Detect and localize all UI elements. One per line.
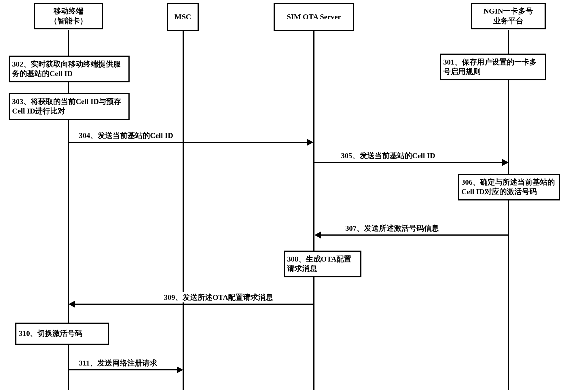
participant-mobile-terminal: 移动终端 （智能卡） [34, 3, 103, 29]
step-text: 301、保存用户设置的一卡多号启用规则 [443, 58, 537, 76]
message-311-arrowhead [177, 366, 183, 373]
message-307-arrowhead [314, 232, 321, 238]
step-text: 310、切换激活号码 [19, 329, 82, 338]
step-text: 303、将获取的当前Cell ID与预存Cell ID进行比对 [12, 97, 121, 115]
step-text: 308、生成OTA配置请求消息 [287, 255, 351, 273]
participant-label: MSC [175, 13, 191, 21]
step-303: 303、将获取的当前Cell ID与预存Cell ID进行比对 [9, 93, 130, 120]
message-304-arrowhead [307, 139, 313, 146]
step-310: 310、切换激活号码 [15, 323, 109, 345]
participant-sim-ota-server: SIM OTA Server [274, 3, 354, 31]
message-304-label: 304、发送当前基站的Cell ID [78, 130, 174, 141]
participant-msc: MSC [167, 3, 199, 31]
step-302: 302、实时获取向移动终端提供服务的基站的Cell ID [9, 56, 130, 82]
message-304-line [69, 142, 307, 143]
lifeline-p2 [183, 30, 184, 390]
message-305-label: 305、发送当前基站的Cell ID [340, 151, 436, 161]
message-305-arrowhead [502, 159, 509, 166]
step-306: 306、确定与所述当前基站的Cell ID对应的激活号码 [458, 174, 560, 200]
message-311-label: 311、发送网络注册请求 [78, 358, 158, 368]
step-301: 301、保存用户设置的一卡多号启用规则 [440, 54, 546, 80]
message-311-line [69, 369, 177, 370]
message-307-line [321, 234, 509, 236]
message-309-label: 309、发送所述OTA配置请求消息 [163, 292, 274, 302]
step-text: 306、确定与所述当前基站的Cell ID对应的激活号码 [461, 178, 555, 196]
participant-label-line2: 业务平台 [474, 16, 543, 26]
message-307-label: 307、发送所述激活号码信息 [344, 223, 440, 233]
message-309-line [75, 304, 314, 305]
lifeline-p3 [313, 30, 314, 390]
sequence-diagram: 移动终端 （智能卡） MSC SIM OTA Server NGIN一卡多号 业… [0, 0, 580, 392]
step-text: 302、实时获取向移动终端提供服务的基站的Cell ID [12, 60, 121, 78]
participant-label-line2: （智能卡） [37, 16, 100, 26]
participant-label-line1: 移动终端 [37, 6, 100, 16]
message-305-line [314, 162, 503, 163]
step-308: 308、生成OTA配置请求消息 [284, 251, 361, 277]
participant-label-line1: NGIN一卡多号 [474, 6, 543, 16]
participant-label: SIM OTA Server [287, 13, 341, 21]
lifeline-p4 [508, 30, 509, 390]
participant-ngin-platform: NGIN一卡多号 业务平台 [471, 3, 546, 29]
message-309-arrowhead [69, 301, 75, 308]
